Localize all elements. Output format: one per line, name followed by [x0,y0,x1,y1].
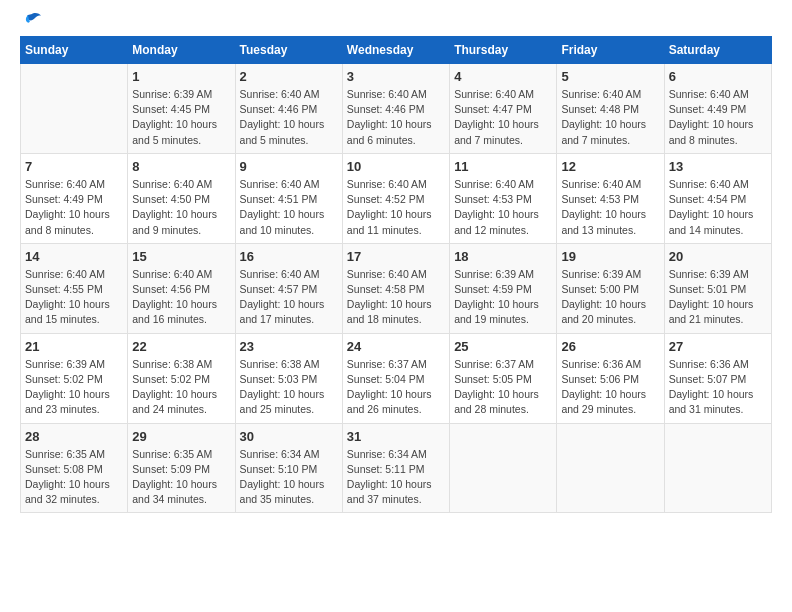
calendar-cell: 2Sunrise: 6:40 AM Sunset: 4:46 PM Daylig… [235,64,342,154]
calendar-cell [21,64,128,154]
calendar-cell: 8Sunrise: 6:40 AM Sunset: 4:50 PM Daylig… [128,153,235,243]
day-number: 6 [669,69,767,84]
calendar-cell [664,423,771,513]
day-number: 22 [132,339,230,354]
page-header [20,20,772,26]
header-day-tuesday: Tuesday [235,37,342,64]
calendar-cell: 15Sunrise: 6:40 AM Sunset: 4:56 PM Dayli… [128,243,235,333]
day-info: Sunrise: 6:40 AM Sunset: 4:57 PM Dayligh… [240,267,338,328]
day-info: Sunrise: 6:38 AM Sunset: 5:02 PM Dayligh… [132,357,230,418]
day-info: Sunrise: 6:37 AM Sunset: 5:05 PM Dayligh… [454,357,552,418]
day-number: 3 [347,69,445,84]
calendar-cell: 21Sunrise: 6:39 AM Sunset: 5:02 PM Dayli… [21,333,128,423]
day-number: 11 [454,159,552,174]
day-info: Sunrise: 6:40 AM Sunset: 4:56 PM Dayligh… [132,267,230,328]
day-info: Sunrise: 6:38 AM Sunset: 5:03 PM Dayligh… [240,357,338,418]
day-info: Sunrise: 6:40 AM Sunset: 4:46 PM Dayligh… [347,87,445,148]
day-info: Sunrise: 6:40 AM Sunset: 4:46 PM Dayligh… [240,87,338,148]
calendar-cell: 7Sunrise: 6:40 AM Sunset: 4:49 PM Daylig… [21,153,128,243]
day-info: Sunrise: 6:40 AM Sunset: 4:50 PM Dayligh… [132,177,230,238]
calendar-week-row: 14Sunrise: 6:40 AM Sunset: 4:55 PM Dayli… [21,243,772,333]
day-number: 25 [454,339,552,354]
day-info: Sunrise: 6:36 AM Sunset: 5:07 PM Dayligh… [669,357,767,418]
day-info: Sunrise: 6:39 AM Sunset: 4:45 PM Dayligh… [132,87,230,148]
header-day-monday: Monday [128,37,235,64]
calendar-cell: 26Sunrise: 6:36 AM Sunset: 5:06 PM Dayli… [557,333,664,423]
calendar-cell: 16Sunrise: 6:40 AM Sunset: 4:57 PM Dayli… [235,243,342,333]
day-info: Sunrise: 6:40 AM Sunset: 4:53 PM Dayligh… [454,177,552,238]
day-number: 28 [25,429,123,444]
day-info: Sunrise: 6:35 AM Sunset: 5:09 PM Dayligh… [132,447,230,508]
day-info: Sunrise: 6:34 AM Sunset: 5:11 PM Dayligh… [347,447,445,508]
calendar-week-row: 7Sunrise: 6:40 AM Sunset: 4:49 PM Daylig… [21,153,772,243]
calendar-table: SundayMondayTuesdayWednesdayThursdayFrid… [20,36,772,513]
header-day-sunday: Sunday [21,37,128,64]
calendar-cell: 29Sunrise: 6:35 AM Sunset: 5:09 PM Dayli… [128,423,235,513]
logo [20,20,42,26]
calendar-week-row: 21Sunrise: 6:39 AM Sunset: 5:02 PM Dayli… [21,333,772,423]
calendar-cell [557,423,664,513]
day-number: 17 [347,249,445,264]
day-number: 29 [132,429,230,444]
day-info: Sunrise: 6:39 AM Sunset: 5:01 PM Dayligh… [669,267,767,328]
day-number: 15 [132,249,230,264]
calendar-header-row: SundayMondayTuesdayWednesdayThursdayFrid… [21,37,772,64]
calendar-cell [450,423,557,513]
header-day-friday: Friday [557,37,664,64]
day-info: Sunrise: 6:40 AM Sunset: 4:47 PM Dayligh… [454,87,552,148]
day-number: 13 [669,159,767,174]
calendar-cell: 12Sunrise: 6:40 AM Sunset: 4:53 PM Dayli… [557,153,664,243]
day-number: 7 [25,159,123,174]
calendar-cell: 9Sunrise: 6:40 AM Sunset: 4:51 PM Daylig… [235,153,342,243]
calendar-week-row: 28Sunrise: 6:35 AM Sunset: 5:08 PM Dayli… [21,423,772,513]
day-number: 4 [454,69,552,84]
calendar-cell: 28Sunrise: 6:35 AM Sunset: 5:08 PM Dayli… [21,423,128,513]
day-number: 9 [240,159,338,174]
day-info: Sunrise: 6:40 AM Sunset: 4:55 PM Dayligh… [25,267,123,328]
calendar-cell: 30Sunrise: 6:34 AM Sunset: 5:10 PM Dayli… [235,423,342,513]
calendar-cell: 14Sunrise: 6:40 AM Sunset: 4:55 PM Dayli… [21,243,128,333]
day-info: Sunrise: 6:39 AM Sunset: 5:02 PM Dayligh… [25,357,123,418]
day-info: Sunrise: 6:39 AM Sunset: 4:59 PM Dayligh… [454,267,552,328]
day-number: 23 [240,339,338,354]
calendar-cell: 22Sunrise: 6:38 AM Sunset: 5:02 PM Dayli… [128,333,235,423]
day-info: Sunrise: 6:40 AM Sunset: 4:58 PM Dayligh… [347,267,445,328]
day-number: 30 [240,429,338,444]
calendar-cell: 4Sunrise: 6:40 AM Sunset: 4:47 PM Daylig… [450,64,557,154]
calendar-cell: 3Sunrise: 6:40 AM Sunset: 4:46 PM Daylig… [342,64,449,154]
day-info: Sunrise: 6:40 AM Sunset: 4:54 PM Dayligh… [669,177,767,238]
day-number: 16 [240,249,338,264]
day-number: 19 [561,249,659,264]
day-number: 21 [25,339,123,354]
calendar-cell: 11Sunrise: 6:40 AM Sunset: 4:53 PM Dayli… [450,153,557,243]
day-number: 14 [25,249,123,264]
day-info: Sunrise: 6:40 AM Sunset: 4:48 PM Dayligh… [561,87,659,148]
day-number: 27 [669,339,767,354]
calendar-cell: 31Sunrise: 6:34 AM Sunset: 5:11 PM Dayli… [342,423,449,513]
day-info: Sunrise: 6:36 AM Sunset: 5:06 PM Dayligh… [561,357,659,418]
calendar-cell: 13Sunrise: 6:40 AM Sunset: 4:54 PM Dayli… [664,153,771,243]
calendar-cell: 27Sunrise: 6:36 AM Sunset: 5:07 PM Dayli… [664,333,771,423]
header-day-thursday: Thursday [450,37,557,64]
calendar-cell: 23Sunrise: 6:38 AM Sunset: 5:03 PM Dayli… [235,333,342,423]
header-day-wednesday: Wednesday [342,37,449,64]
calendar-cell: 17Sunrise: 6:40 AM Sunset: 4:58 PM Dayli… [342,243,449,333]
day-info: Sunrise: 6:40 AM Sunset: 4:49 PM Dayligh… [25,177,123,238]
day-number: 26 [561,339,659,354]
day-info: Sunrise: 6:40 AM Sunset: 4:53 PM Dayligh… [561,177,659,238]
day-number: 24 [347,339,445,354]
logo-bird-icon [22,12,42,30]
day-number: 2 [240,69,338,84]
calendar-cell: 20Sunrise: 6:39 AM Sunset: 5:01 PM Dayli… [664,243,771,333]
day-number: 12 [561,159,659,174]
header-day-saturday: Saturday [664,37,771,64]
day-number: 8 [132,159,230,174]
day-info: Sunrise: 6:40 AM Sunset: 4:51 PM Dayligh… [240,177,338,238]
day-info: Sunrise: 6:40 AM Sunset: 4:49 PM Dayligh… [669,87,767,148]
day-info: Sunrise: 6:40 AM Sunset: 4:52 PM Dayligh… [347,177,445,238]
calendar-cell: 19Sunrise: 6:39 AM Sunset: 5:00 PM Dayli… [557,243,664,333]
calendar-cell: 10Sunrise: 6:40 AM Sunset: 4:52 PM Dayli… [342,153,449,243]
day-info: Sunrise: 6:37 AM Sunset: 5:04 PM Dayligh… [347,357,445,418]
calendar-week-row: 1Sunrise: 6:39 AM Sunset: 4:45 PM Daylig… [21,64,772,154]
calendar-cell: 24Sunrise: 6:37 AM Sunset: 5:04 PM Dayli… [342,333,449,423]
